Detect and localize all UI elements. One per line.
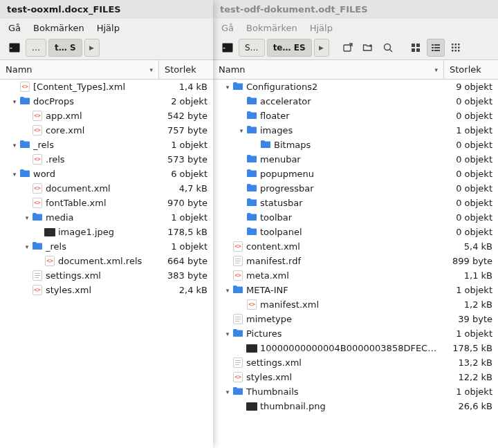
window-ooxml: test-ooxml.docx_FILES Gå Bokmärken Hjälp… <box>0 0 213 448</box>
file-name: popupmenu <box>260 169 439 179</box>
tree-row[interactable]: statusbar0 objekt <box>213 196 498 210</box>
tree-row[interactable]: progressbar0 objekt <box>213 181 498 196</box>
path-overflow-icon[interactable]: ▶ <box>314 39 329 57</box>
menubar-right: Gå Bokmärken Hjälp <box>213 19 498 37</box>
svg-rect-14 <box>432 50 434 51</box>
tree-row[interactable]: popupmenu0 objekt <box>213 167 498 181</box>
expander-icon[interactable]: ▾ <box>10 142 19 149</box>
column-headers-left: Namn ▾ Storlek <box>0 59 213 80</box>
xml-icon: <> <box>19 82 30 93</box>
view-icons-icon[interactable] <box>407 39 425 57</box>
tree-row[interactable]: menubar0 objekt <box>213 152 498 167</box>
svg-rect-24 <box>458 50 460 52</box>
expander-icon[interactable]: ▾ <box>223 287 232 294</box>
tree-row[interactable]: <>app.xml542 byte <box>0 109 213 123</box>
tree-row[interactable]: <>[Content_Types].xml1,4 kB <box>0 80 213 94</box>
expander-icon[interactable]: ▾ <box>22 214 32 221</box>
svg-rect-8 <box>412 48 415 52</box>
view-list-icon[interactable] <box>427 39 445 57</box>
col-size[interactable]: Storlek <box>159 60 213 79</box>
sort-caret-icon: ▾ <box>434 66 438 73</box>
text-icon <box>232 256 243 267</box>
col-name[interactable]: Namn ▾ <box>0 60 159 79</box>
tree-row[interactable]: ▾_rels1 objekt <box>0 239 213 254</box>
path-segment-1[interactable]: te… ES <box>267 39 312 57</box>
file-size: 0 objekt <box>439 212 492 223</box>
tree-row[interactable]: mimetype39 byte <box>213 312 498 326</box>
tree-row[interactable]: ▾images1 objekt <box>213 123 498 138</box>
tree-row[interactable]: <>core.xml757 byte <box>0 123 213 138</box>
file-tree-left: <>[Content_Types].xml1,4 kB▾docProps2 ob… <box>0 80 213 448</box>
tree-row[interactable]: <>styles.xml12,2 kB <box>213 370 498 384</box>
tree-row[interactable]: <>styles.xml2,4 kB <box>0 283 213 297</box>
menu-bookmarks[interactable]: Bokmärken <box>33 23 84 33</box>
tree-row[interactable]: floater0 objekt <box>213 109 498 123</box>
col-size[interactable]: Storlek <box>444 60 498 79</box>
text-icon <box>32 270 43 281</box>
new-folder-icon[interactable] <box>359 39 377 57</box>
path-overflow-icon[interactable]: ▶ <box>84 39 100 57</box>
terminal-icon[interactable] <box>219 39 237 57</box>
tree-row[interactable]: <>fontTable.xml970 byte <box>0 196 213 210</box>
tree-row[interactable]: ▾_rels1 objekt <box>0 138 213 152</box>
expander-icon[interactable]: ▾ <box>10 98 19 105</box>
svg-rect-3 <box>223 48 225 48</box>
svg-rect-23 <box>454 50 456 52</box>
file-size: 1 objekt <box>439 386 492 397</box>
tree-row[interactable]: <>.rels573 byte <box>0 152 213 167</box>
tree-row[interactable]: settings.xml383 byte <box>0 268 213 283</box>
expander-icon[interactable]: ▾ <box>223 330 232 337</box>
tree-row[interactable]: <>document.xml.rels664 byte <box>0 254 213 268</box>
path-segment-0[interactable]: … <box>26 39 46 57</box>
tree-row[interactable]: ▾META-INF1 objekt <box>213 283 498 297</box>
col-name[interactable]: Namn ▾ <box>213 60 444 79</box>
tree-row[interactable]: ▾Pictures1 objekt <box>213 326 498 341</box>
tree-row[interactable]: settings.xml13,2 kB <box>213 355 498 370</box>
terminal-icon[interactable] <box>6 39 24 57</box>
menu-go[interactable]: Gå <box>221 23 234 33</box>
menu-go[interactable]: Gå <box>8 23 21 33</box>
tree-row[interactable]: ▾Configurations29 objekt <box>213 80 498 94</box>
tree-row[interactable]: ▾media1 objekt <box>0 210 213 225</box>
file-size: 13,2 kB <box>439 357 492 368</box>
new-tab-icon[interactable] <box>339 39 357 57</box>
tree-row[interactable]: ▾Thumbnails1 objekt <box>213 384 498 399</box>
tree-row[interactable]: <>manifest.xml1,2 kB <box>213 297 498 312</box>
tree-row[interactable]: image1.jpeg178,5 kB <box>0 225 213 239</box>
view-compact-icon[interactable] <box>447 39 465 57</box>
file-size: 1 objekt <box>154 212 208 223</box>
file-size: 6 objekt <box>154 169 208 179</box>
svg-rect-16 <box>452 44 454 46</box>
file-name: Thumbnails <box>246 386 439 397</box>
search-icon[interactable] <box>379 39 397 57</box>
expander-icon[interactable]: ▾ <box>237 127 246 134</box>
expander-icon[interactable]: ▾ <box>22 243 32 250</box>
svg-rect-6 <box>412 44 415 47</box>
expander-icon[interactable]: ▾ <box>223 389 232 395</box>
folder-icon <box>232 285 243 296</box>
menu-help[interactable]: Hjälp <box>310 23 333 33</box>
menu-bookmarks[interactable]: Bokmärken <box>246 23 297 33</box>
tree-row[interactable]: 10000000000004B0000003858DFEC4…178,5 kB <box>213 341 498 355</box>
expander-icon[interactable]: ▾ <box>10 171 19 178</box>
text-icon <box>232 314 243 325</box>
path-segment-0[interactable]: S… <box>239 39 265 57</box>
tree-row[interactable]: accelerator0 objekt <box>213 94 498 109</box>
path-segment-1[interactable]: t… S <box>48 39 82 57</box>
tree-row[interactable]: Bitmaps0 objekt <box>213 138 498 152</box>
tree-row[interactable]: thumbnail.png26,6 kB <box>213 399 498 413</box>
tree-row[interactable]: <>content.xml5,4 kB <box>213 239 498 254</box>
tree-row[interactable]: ▾word6 objekt <box>0 167 213 181</box>
tree-row[interactable]: ▾docProps2 objekt <box>0 94 213 109</box>
svg-rect-19 <box>452 47 454 49</box>
menu-help[interactable]: Hjälp <box>97 23 120 33</box>
tree-row[interactable]: toolpanel0 objekt <box>213 225 498 239</box>
file-size: 1 objekt <box>154 140 208 150</box>
tree-row[interactable]: manifest.rdf899 byte <box>213 254 498 268</box>
tree-row[interactable]: <>meta.xml1,1 kB <box>213 268 498 283</box>
folder-icon <box>246 111 257 122</box>
expander-icon[interactable]: ▾ <box>223 84 232 91</box>
tree-row[interactable]: toolbar0 objekt <box>213 210 498 225</box>
file-name: fontTable.xml <box>46 198 154 208</box>
tree-row[interactable]: <>document.xml4,7 kB <box>0 181 213 196</box>
